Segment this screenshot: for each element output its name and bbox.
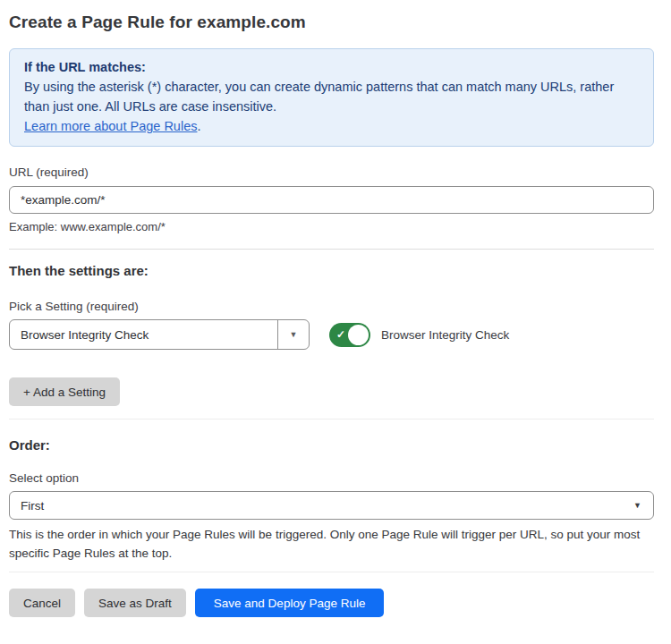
setting-select-arrow-button[interactable]: ▼ xyxy=(277,320,309,349)
settings-heading: Then the settings are: xyxy=(9,263,654,278)
toggle-knob xyxy=(348,325,369,345)
setting-toggle[interactable]: ✓ xyxy=(329,323,370,347)
save-and-deploy-button[interactable]: Save and Deploy Page Rule xyxy=(195,589,385,617)
setting-select[interactable]: Browser Integrity Check ▼ xyxy=(9,319,310,350)
create-page-rule-form: Create a Page Rule for example.com If th… xyxy=(9,13,654,617)
setting-row: Browser Integrity Check ▼ ✓ Browser Inte… xyxy=(9,319,654,350)
order-select[interactable]: First ▼ xyxy=(9,491,654,520)
url-input[interactable] xyxy=(9,186,654,214)
order-select-value: First xyxy=(21,499,44,513)
chevron-down-icon: ▼ xyxy=(633,502,641,510)
footer-actions: Cancel Save as Draft Save and Deploy Pag… xyxy=(9,589,654,617)
section-divider-light xyxy=(9,419,654,419)
setting-toggle-group: ✓ Browser Integrity Check xyxy=(329,323,509,347)
check-icon: ✓ xyxy=(336,328,345,341)
info-box-link-line: Learn more about Page Rules. xyxy=(24,116,639,136)
link-period: . xyxy=(197,119,200,133)
info-box-body: By using the asterisk (*) character, you… xyxy=(24,77,639,116)
setting-select-value: Browser Integrity Check xyxy=(10,328,277,342)
url-example-hint: Example: www.example.com/* xyxy=(9,220,654,233)
footer-divider xyxy=(9,572,654,572)
order-help-text: This is the order in which your Page Rul… xyxy=(9,525,654,563)
page-title: Create a Page Rule for example.com xyxy=(9,13,654,32)
toggle-label: Browser Integrity Check xyxy=(381,328,509,342)
cancel-button[interactable]: Cancel xyxy=(9,589,75,617)
save-as-draft-button[interactable]: Save as Draft xyxy=(84,589,186,617)
learn-more-link[interactable]: Learn more about Page Rules xyxy=(24,119,197,133)
add-setting-button[interactable]: + Add a Setting xyxy=(9,377,120,406)
url-label: URL (required) xyxy=(9,165,654,179)
pick-setting-label: Pick a Setting (required) xyxy=(9,300,654,313)
url-match-info-box: If the URL matches: By using the asteris… xyxy=(9,48,654,147)
order-heading: Order: xyxy=(9,437,654,453)
order-select-label: Select option xyxy=(9,471,654,485)
chevron-down-icon: ▼ xyxy=(290,331,298,339)
section-divider xyxy=(9,249,654,250)
info-box-heading: If the URL matches: xyxy=(24,57,639,77)
